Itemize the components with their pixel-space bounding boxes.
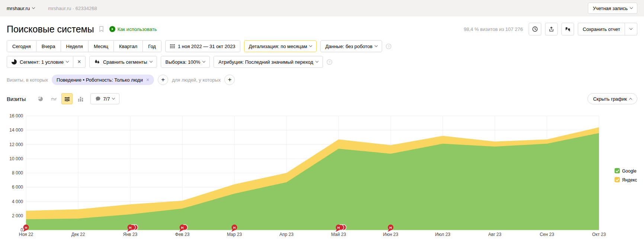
svg-text:Google: Google: [622, 168, 637, 174]
attribution-help[interactable]: ?: [327, 59, 332, 65]
period-today-button[interactable]: Сегодня: [7, 40, 36, 52]
chart-header: Визиты 7/7 Скрыть график: [0, 93, 644, 104]
sampling-label: Выборка: 100%: [166, 59, 201, 65]
legend-item-yandex[interactable]: Яндекс: [615, 177, 637, 183]
period-year-button[interactable]: Год: [142, 40, 161, 52]
goals-dropdown[interactable]: 7/7: [90, 93, 119, 104]
segment-toolbar: Сегмент: 1 условие × Сравнить сегменты В…: [0, 56, 644, 68]
account-button[interactable]: Учетная запись: [588, 3, 637, 14]
add-visit-condition-button[interactable]: +: [158, 75, 168, 85]
yandex-metrica-report-page: mrshaur.ru mrshaur.ru · 62334268 Учетная…: [0, 0, 644, 246]
y-tick-label: 4 000: [12, 199, 23, 204]
annotation-marker[interactable]: Н: [23, 225, 29, 232]
x-tick-label: Дек 22: [71, 232, 85, 237]
columns-chart-icon: [77, 96, 84, 102]
speech-bubble-icon: [95, 96, 101, 101]
how-to-use-link[interactable]: Как использовать: [109, 26, 157, 32]
close-icon: ×: [77, 59, 81, 65]
question-icon: ?: [386, 44, 391, 49]
compare-segments-label: Сравнить сегменты: [103, 59, 147, 65]
chart-type-pie-button[interactable]: [35, 93, 46, 104]
period-yesterday-button[interactable]: Вчера: [36, 40, 61, 52]
save-report-caret-button[interactable]: [625, 23, 637, 35]
save-report-split: Сохранить отчет: [578, 23, 637, 35]
segment-label: Сегмент: 1 условие: [20, 59, 64, 65]
chart-type-line-button[interactable]: [48, 93, 59, 104]
stacked-area-icon: [64, 96, 70, 102]
visits-in-which-label: Визиты, в которых: [7, 77, 48, 83]
annotation-marker[interactable]: Н: [336, 225, 342, 232]
x-tick-label: Авг 23: [488, 232, 502, 237]
hide-chart-button[interactable]: Скрыть график: [587, 93, 637, 104]
counter-name: mrshaur.ru: [7, 6, 30, 11]
annotation-marker[interactable]: Н: [127, 225, 133, 232]
chip-close-icon[interactable]: ×: [146, 77, 149, 82]
pie-segment-icon: [12, 59, 17, 64]
svg-text:Н: Н: [181, 226, 184, 230]
visits-chart: 02 0004 0006 0008 00010 00012 00014 0001…: [0, 112, 644, 245]
x-tick-label: Янв 23: [123, 232, 138, 237]
y-tick-label: 10 000: [9, 156, 23, 161]
annotation-marker[interactable]: Н: [231, 225, 237, 232]
chevron-down-icon: [375, 44, 378, 47]
segment-dropdown[interactable]: Сегмент: 1 условие: [7, 56, 73, 68]
chart-type-columns-button[interactable]: [75, 93, 86, 104]
data-mode-help[interactable]: ?: [386, 44, 391, 49]
add-people-condition-button[interactable]: +: [224, 75, 235, 85]
date-range-label: 1 ноя 2022 — 31 окт 2023: [178, 44, 236, 49]
segment-clear-button[interactable]: ×: [73, 56, 86, 68]
counter-switcher[interactable]: mrshaur.ru: [7, 6, 35, 11]
svg-text:Яндекс: Яндекс: [622, 177, 637, 183]
account-button-label: Учетная запись: [593, 6, 628, 11]
x-tick-label: Окт 23: [592, 232, 606, 237]
export-button[interactable]: [545, 23, 558, 35]
compare-segments-dropdown[interactable]: Сравнить сегменты: [89, 56, 157, 68]
period-label: Квартал: [119, 44, 137, 49]
comments-button[interactable]: [561, 23, 574, 35]
data-mode-dropdown[interactable]: Данные: без роботов: [320, 40, 382, 52]
calendar-grid-icon: [170, 44, 175, 49]
x-tick-label: Июл 23: [435, 232, 450, 237]
detail-dropdown[interactable]: Детализация: по месяцам: [244, 40, 317, 52]
period-label: Неделя: [66, 44, 83, 49]
visits-area-chart: 02 0004 0006 0008 00010 00012 00014 0001…: [0, 112, 644, 245]
attribution-dropdown[interactable]: Атрибуция: Последний значимый переход: [214, 56, 323, 68]
svg-text:Н: Н: [129, 226, 132, 230]
robots-filter-chip[interactable]: Поведение • Роботность: Только люди ×: [52, 75, 154, 85]
data-mode-label: Данные: без роботов: [325, 44, 372, 49]
chevron-down-icon: [149, 60, 152, 63]
bookmark-icon[interactable]: [99, 26, 104, 32]
save-report-button[interactable]: Сохранить отчет: [578, 23, 625, 35]
segment-split: Сегмент: 1 условие ×: [7, 56, 86, 68]
export-icon: [548, 26, 554, 32]
svg-text:?: ?: [388, 44, 390, 48]
period-label: Месяц: [94, 44, 108, 49]
period-month-button[interactable]: Месяц: [88, 40, 114, 52]
goals-badge: 7/7: [103, 96, 110, 102]
chevron-down-icon: [630, 6, 633, 9]
x-tick-label: Июн 23: [383, 232, 398, 237]
svg-text:?: ?: [329, 60, 330, 64]
for-people-label: для людей, у которых: [172, 77, 221, 83]
chart-type-group: [35, 93, 86, 104]
sampling-dropdown[interactable]: Выборка: 100%: [161, 56, 210, 68]
line-chart-icon: [51, 96, 57, 102]
chip-label: Поведение • Роботность: Только люди: [57, 77, 143, 83]
x-tick-label: Май 23: [331, 232, 346, 237]
period-week-button[interactable]: Неделя: [61, 40, 89, 52]
period-toolbar: Сегодня Вчера Неделя Месяц Квартал Год 1…: [0, 40, 644, 52]
y-tick-label: 12 000: [9, 142, 23, 147]
chevron-down-icon: [309, 44, 312, 47]
x-tick-label: Сен 23: [540, 232, 554, 237]
chart-type-area-button[interactable]: [61, 93, 73, 104]
annotation-marker[interactable]: Н: [179, 225, 185, 232]
page-title: Поисковые системы: [7, 24, 94, 35]
counter-info: mrshaur.ru · 62334268: [48, 6, 97, 11]
period-quarter-button[interactable]: Квартал: [113, 40, 143, 52]
date-range-button[interactable]: 1 ноя 2022 — 31 окт 2023: [165, 40, 240, 52]
history-button[interactable]: [529, 23, 541, 35]
period-label: Вчера: [42, 44, 55, 49]
annotation-marker[interactable]: Н: [388, 225, 394, 232]
legend-item-google[interactable]: Google: [615, 168, 637, 174]
chevron-down-icon: [315, 60, 318, 63]
